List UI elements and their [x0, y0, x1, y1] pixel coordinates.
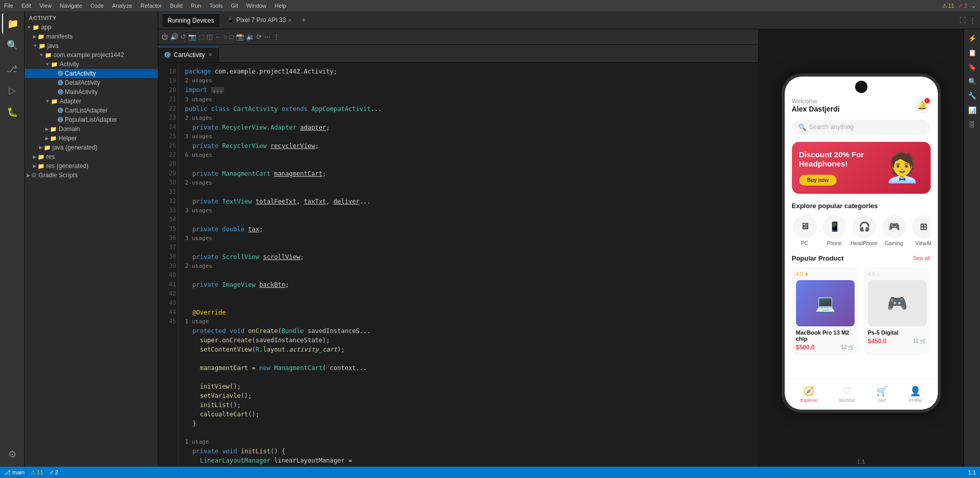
sidebar-item-adapter-folder[interactable]: ▼ 📁 Adapter [25, 97, 158, 106]
volume2-icon[interactable]: 🔉 [246, 33, 254, 41]
arrow-icon: ▶ [45, 136, 49, 141]
promo-banner[interactable]: Discount 20% For Headphones! Buy now 🧑‍💼 [792, 142, 931, 194]
activity-btn-settings[interactable]: ⚙ [2, 444, 23, 465]
category-phone[interactable]: 📱 Phone [822, 215, 847, 246]
product-macbook[interactable]: 4.0 ★ 💻 MacBook Pro 13 M2 chip $500.0 [792, 267, 859, 355]
nav-wishlist[interactable]: ♡ Wishlist [839, 385, 855, 403]
menu-code[interactable]: Code [90, 3, 104, 9]
editor-tab-cart[interactable]: 🅒 CartActivity ✕ [158, 47, 219, 62]
sidebar-item-domain[interactable]: ▶ 📁 Domain [25, 124, 158, 134]
sidebar-item-package[interactable]: ▼ 📁 com.example.project1442 [25, 50, 158, 60]
menu-navigate[interactable]: Navigate [60, 3, 82, 9]
sidebar-item-java-gen[interactable]: ▶ 📁 java (generated) [25, 143, 158, 152]
sidebar-item-gradle[interactable]: ▶ ⚙ Gradle Scripts [25, 171, 158, 180]
category-headphone[interactable]: 🎧 HeadPhone [852, 215, 877, 246]
circle-icon[interactable]: ○ [224, 33, 228, 41]
warning-status[interactable]: ⚠ 11 [31, 469, 43, 476]
back-icon[interactable]: ← [215, 33, 221, 41]
categories-list: 🖥 PC 📱 Phone 🎧 [792, 215, 931, 246]
tab-label: CartActivity [174, 51, 205, 59]
menu-help[interactable]: Help [274, 3, 286, 9]
activity-btn-run[interactable]: ▷ [2, 80, 23, 101]
activity-btn-debug[interactable]: 🐛 [2, 102, 23, 122]
notification-badge: 1 [924, 98, 930, 103]
sidebar-item-java[interactable]: ▼ 📁 java [25, 41, 158, 50]
sidebar-item-main-activity[interactable]: 🅒 MainActivity [25, 87, 158, 97]
folder-icon: 📁 [38, 154, 45, 160]
camera2-icon[interactable]: 📸 [236, 33, 244, 41]
refresh-icon[interactable]: ⟳ [256, 33, 262, 41]
category-viewall[interactable]: ⊞ ViewAll [911, 215, 931, 246]
tablet-icon[interactable]: ⬚ [198, 33, 205, 41]
menu-file[interactable]: File [4, 3, 13, 9]
sidebar-item-cart-adapter[interactable]: 🅒 CartListAdapter [25, 106, 158, 115]
pixel-device-tab[interactable]: 📱 Pixel 7 Pro API 33 ✕ [221, 13, 298, 27]
error-status[interactable]: ✓ 2 [49, 469, 58, 476]
phone-app-content[interactable]: Welcome Alex Dastjerdi 🔔 1 [785, 77, 938, 379]
menu-run[interactable]: Run [191, 3, 201, 9]
right-panel-btn-6[interactable]: 📊 [966, 103, 979, 117]
sidebar-item-res-gen[interactable]: ▶ 📁 res (generated) [25, 161, 158, 171]
nav-profile[interactable]: 👤 Profile [909, 385, 922, 403]
right-panel-btn-4[interactable]: 🔍 [966, 75, 979, 88]
gradle-icon: ⚙ [31, 172, 37, 179]
menu-tools[interactable]: Tools [209, 3, 223, 9]
warning-count[interactable]: ⚠ 11 [942, 3, 954, 9]
see-all-button[interactable]: See all [913, 255, 931, 261]
menu-window[interactable]: Window [246, 3, 266, 9]
fold-icon[interactable]: ◫ [207, 33, 213, 41]
menu-build[interactable]: Build [170, 3, 182, 9]
volume-icon[interactable]: 🔊 [170, 33, 178, 41]
right-panel-btn-1[interactable]: ⚡ [966, 31, 979, 45]
sidebar-item-helper[interactable]: ▶ 📁 Helper [25, 134, 158, 143]
menu-edit[interactable]: Edit [22, 3, 31, 9]
more-icon[interactable]: ⋮ [969, 16, 976, 24]
activity-btn-files[interactable]: 📁 [2, 13, 23, 34]
category-gaming[interactable]: 🎮 Gaming [881, 215, 907, 246]
sidebar-item-app[interactable]: ▼ 📁 app [25, 23, 158, 32]
product-ps5[interactable]: 4.5 ☆ 🎮 Ps-5 Digital $450.0 [864, 267, 931, 355]
nav-explorer[interactable]: 🧭 Explorer [800, 385, 818, 403]
search-bar[interactable]: 🔍 Search anything [792, 120, 931, 135]
code-editor[interactable]: package com.example.project1442.Activity… [179, 63, 758, 467]
right-panel-btn-5[interactable]: 🔧 [966, 89, 979, 102]
tab-close-button[interactable]: ✕ [208, 52, 212, 58]
tab-close-btn[interactable]: ✕ [288, 17, 292, 23]
sidebar-item-popular-adapter[interactable]: 🅒 PopularListAdapter [25, 115, 158, 124]
add-tab-button[interactable]: + [301, 15, 306, 25]
nav-cart[interactable]: 🛒 cart [876, 385, 887, 403]
menu-view[interactable]: View [40, 3, 52, 9]
products-grid: 4.0 ★ 💻 MacBook Pro 13 M2 chip $500.0 [792, 267, 931, 355]
expand-icon[interactable]: ⌄ [971, 3, 976, 9]
rotate-icon[interactable]: ↺ [180, 33, 186, 41]
error-count[interactable]: ✓ 2 [958, 3, 967, 9]
menu-analyze[interactable]: Analyze [112, 3, 132, 9]
menu-git[interactable]: Git [231, 3, 238, 9]
zoom-icon[interactable]: ⛶ [959, 16, 966, 24]
arrow-icon: ▶ [33, 163, 36, 169]
running-devices-tab[interactable]: Running Devices [162, 13, 219, 27]
sidebar-item-res[interactable]: ▶ 📁 res [25, 152, 158, 161]
screenshot-icon[interactable]: 📷 [188, 33, 196, 41]
activity-btn-git[interactable]: ⎇ [2, 59, 23, 79]
tab-file-icon: 🅒 [164, 51, 171, 59]
right-panel-btn-7[interactable]: 🗄 [966, 118, 979, 131]
sidebar-item-detail-activity[interactable]: 🅒 DetailActivity [25, 78, 158, 87]
sidebar-item-manifests[interactable]: ▶ 📁 manifests [25, 32, 158, 41]
right-panel-btn-3[interactable]: 🔖 [966, 60, 979, 73]
power-icon[interactable]: ⏻ [161, 33, 168, 41]
right-panel-btn-2[interactable]: 📋 [966, 46, 979, 59]
category-pc[interactable]: 🖥 PC [792, 215, 818, 246]
sidebar-item-cart-activity[interactable]: 🅒 CartActivity [25, 69, 158, 78]
ellipsis-icon[interactable]: ⋮ [273, 33, 280, 41]
device-tab-icon: 📱 [227, 16, 234, 24]
sidebar-item-activity-folder[interactable]: ▼ 📁 Activity [25, 60, 158, 69]
buy-now-button[interactable]: Buy now [799, 175, 837, 186]
menu-refactor[interactable]: Refactor [140, 3, 162, 9]
git-branch[interactable]: ⎇ main [4, 469, 25, 476]
square-icon[interactable]: □ [230, 33, 234, 41]
viewall-icon: ⊞ [912, 215, 931, 238]
activity-btn-search[interactable]: 🔍 [2, 35, 23, 56]
notification-button[interactable]: 🔔 1 [914, 97, 931, 114]
more2-icon[interactable]: ⋯ [264, 33, 271, 41]
